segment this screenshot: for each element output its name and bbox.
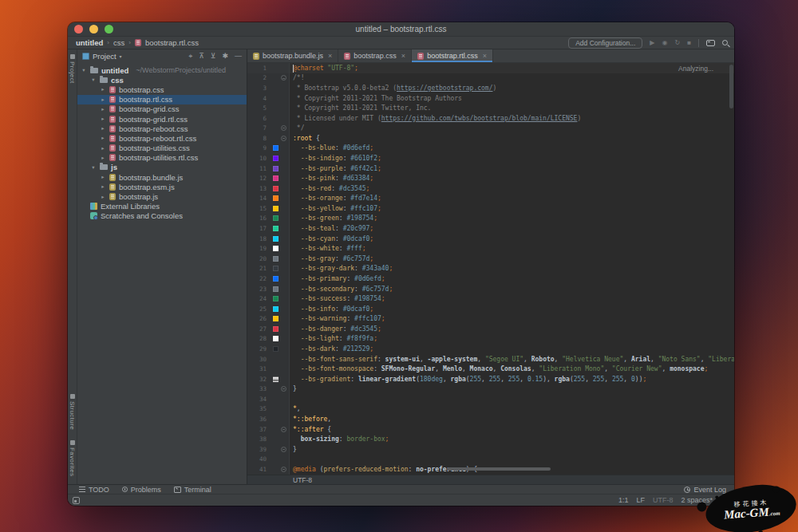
fold-icon[interactable]	[281, 427, 286, 432]
color-swatch[interactable]	[273, 166, 279, 171]
color-swatch[interactable]	[273, 276, 279, 282]
status-widget[interactable]: 1:1	[618, 496, 629, 504]
collapse-all-icon[interactable]: ⊻	[211, 52, 216, 60]
chevron-right-icon[interactable]: ▸	[100, 194, 106, 200]
color-swatch[interactable]	[273, 326, 279, 332]
tree-item[interactable]: ▸bootstrap-utilities.css	[77, 144, 247, 153]
color-swatch[interactable]	[273, 215, 279, 221]
chevron-down-icon[interactable]: ▾	[81, 67, 87, 73]
editor-tab[interactable]: bootstrap.bundle.js×	[247, 49, 338, 62]
problems-toolwindow-button[interactable]: Problems	[122, 486, 161, 494]
color-swatch[interactable]	[273, 246, 279, 251]
chevron-right-icon[interactable]: ▸	[100, 86, 106, 93]
todo-toolwindow-button[interactable]: TODO	[79, 486, 109, 494]
fold-icon[interactable]	[281, 136, 286, 141]
chevron-right-icon[interactable]: ▸	[100, 183, 106, 190]
editor-tab[interactable]: bootstrap.rtl.css×	[412, 49, 493, 62]
fold-icon[interactable]	[281, 447, 286, 452]
breadcrumb-item[interactable]: bootstrap.rtl.css	[145, 38, 199, 47]
fold-icon[interactable]	[281, 386, 286, 392]
run-icon[interactable]: ▶	[650, 40, 654, 46]
fold-icon[interactable]	[281, 467, 286, 472]
color-swatch[interactable]	[273, 316, 279, 321]
tree-item-label: bootstrap-utilities.css	[119, 144, 190, 152]
tree-item[interactable]: ▸bootstrap.esm.js	[77, 182, 247, 191]
chevron-right-icon[interactable]: ▸	[100, 155, 106, 161]
tree-item[interactable]: ▾css	[77, 75, 247, 85]
chevron-down-icon[interactable]: ▾	[90, 164, 97, 171]
tree-item[interactable]: ▾untitled~/WebstormProjects/untitled	[77, 65, 247, 75]
hide-panel-icon[interactable]: —	[235, 52, 242, 60]
locate-file-icon[interactable]: ⌖	[188, 52, 192, 61]
coverage-icon[interactable]: ↻	[674, 40, 680, 46]
chevron-down-icon[interactable]: ▾	[90, 77, 97, 83]
close-tab-icon[interactable]: ×	[401, 52, 405, 60]
chevron-right-icon[interactable]: ▸	[100, 106, 106, 112]
chevron-down-icon[interactable]: ▾	[120, 53, 122, 59]
breadcrumb-item[interactable]: untitled	[76, 38, 103, 47]
stripe-favorites-button[interactable]: Favorites	[69, 440, 76, 477]
chevron-right-icon[interactable]: ▸	[100, 116, 106, 122]
fold-icon[interactable]	[281, 75, 286, 81]
color-swatch[interactable]	[273, 145, 279, 151]
add-configuration-button[interactable]: Add Configuration...	[568, 37, 642, 49]
gutter-cell: 25	[247, 304, 290, 314]
breadcrumb-element[interactable]: UTF-8	[293, 476, 312, 484]
chevron-right-icon[interactable]: ▸	[100, 135, 106, 141]
line-number: 27	[247, 325, 267, 333]
tree-item[interactable]: ▸bootstrap-grid.rtl.css	[77, 114, 247, 124]
color-swatch[interactable]	[273, 296, 279, 301]
vertical-scrollbar[interactable]	[729, 65, 733, 108]
color-swatch[interactable]	[273, 195, 279, 201]
color-swatch[interactable]	[273, 226, 279, 231]
chevron-right-icon[interactable]: ▸	[100, 97, 106, 103]
chevron-right-icon[interactable]: ▸	[100, 145, 106, 152]
search-icon[interactable]	[722, 40, 728, 45]
terminal-toolwindow-button[interactable]: Terminal	[174, 486, 211, 494]
tree-item[interactable]: ▸bootstrap-grid.css	[77, 104, 247, 114]
color-swatch[interactable]	[273, 186, 279, 191]
color-swatch[interactable]	[273, 236, 279, 242]
tree-item[interactable]: ▸bootstrap.rtl.css	[77, 95, 247, 104]
tree-item[interactable]: ▸bootstrap-utilities.rtl.css	[77, 153, 247, 163]
color-swatch[interactable]	[273, 156, 279, 161]
tool-window-icon[interactable]	[706, 40, 715, 46]
tree-item[interactable]: ▸bootstrap.bundle.js	[77, 172, 247, 182]
chevron-right-icon[interactable]: ▸	[100, 125, 106, 132]
settings-gear-icon[interactable]: ✱	[222, 52, 228, 60]
chevron-right-icon[interactable]: ▸	[100, 174, 106, 180]
editor-tab[interactable]: bootstrap.css×	[338, 49, 412, 62]
tree-item[interactable]: ▸bootstrap-reboot.rtl.css	[77, 133, 247, 143]
color-swatch[interactable]	[273, 175, 279, 181]
stripe-structure-button[interactable]: Structure	[69, 394, 76, 430]
stop-icon[interactable]: ■	[687, 40, 691, 46]
status-widget[interactable]: LF	[636, 496, 645, 504]
tree-item[interactable]: ▸bootstrap.css	[77, 85, 247, 94]
tree-item[interactable]: External Libraries	[77, 202, 247, 211]
horizontal-scrollbar[interactable]	[447, 467, 551, 471]
status-widget[interactable]: UTF-8	[653, 496, 674, 504]
tree-item[interactable]: Scratches and Consoles	[77, 211, 247, 221]
quick-access-icon[interactable]	[73, 497, 80, 504]
breadcrumb-item[interactable]: css	[113, 38, 124, 47]
color-swatch[interactable]	[273, 266, 279, 271]
debug-icon[interactable]: ◉	[662, 40, 667, 46]
color-swatch[interactable]	[273, 346, 279, 352]
tree-item[interactable]: ▸bootstrap.js	[77, 191, 247, 201]
tree-item[interactable]: ▸bootstrap-reboot.css	[77, 124, 247, 133]
color-swatch[interactable]	[273, 256, 279, 262]
code-editor[interactable]: 1@charset "UTF-8";2/*!3 * Bootstrap v5.0…	[247, 63, 734, 475]
line-number: 4	[247, 95, 267, 102]
color-swatch[interactable]	[273, 206, 279, 211]
project-panel-title[interactable]: Project	[93, 52, 117, 61]
fold-icon[interactable]	[281, 125, 286, 131]
stripe-project-button[interactable]: Project	[69, 54, 76, 84]
color-swatch[interactable]	[273, 306, 279, 312]
expand-all-icon[interactable]: ⊼	[199, 52, 204, 60]
tree-item[interactable]: ▾js	[77, 163, 247, 172]
color-swatch[interactable]	[273, 336, 279, 341]
color-swatch[interactable]	[273, 286, 279, 292]
close-tab-icon[interactable]: ×	[328, 52, 332, 60]
color-swatch[interactable]	[273, 376, 279, 382]
close-tab-icon[interactable]: ×	[483, 52, 487, 60]
